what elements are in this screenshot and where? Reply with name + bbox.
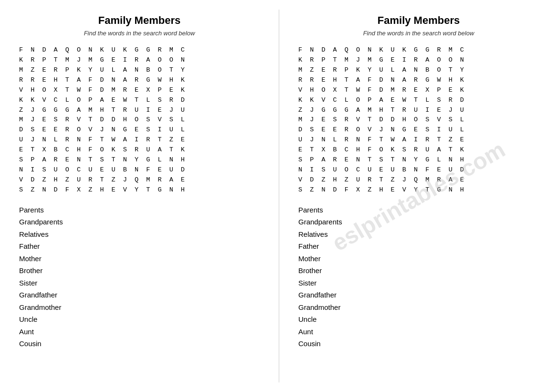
grid-row: E T X B C H F O K S R U A T K <box>298 145 539 155</box>
grid-row: Z J G G G A M H T R U I E J U <box>19 106 260 116</box>
word-list-item: Grandmother <box>19 301 260 314</box>
right-panel: Family Members Find the words in the sea… <box>279 0 558 392</box>
left-title: Family Members <box>19 14 260 27</box>
right-title: Family Members <box>298 14 539 27</box>
word-list-item: Cousin <box>298 338 539 350</box>
grid-row: V H O X T W F D M R E X P E K <box>298 85 539 95</box>
grid-row: F N D A Q O N K U K G G R M C <box>298 45 539 55</box>
grid-row: E T X B C H F O K S R U A T K <box>19 145 260 155</box>
word-list-item: Mother <box>298 253 539 265</box>
grid-row: M J E S R V T D D H O S V S L <box>298 115 539 125</box>
word-list-item: Parents <box>19 204 260 216</box>
word-list-item: Aunt <box>298 326 539 338</box>
left-word-list: ParentsGrandparentsRelativesFatherMother… <box>19 204 260 350</box>
grid-row: F N D A Q O N K U K G G R M C <box>19 45 260 55</box>
grid-row: S Z N D F X Z H E V Y T G N H <box>298 185 539 195</box>
right-grid: F N D A Q O N K U K G G R M CK R P T M J… <box>298 45 539 195</box>
grid-row: D S E E R O V J N G E S I U L <box>19 125 260 135</box>
grid-row: K R P T M J M G E I R A O O N <box>298 55 539 65</box>
grid-row: R R E H T A F D N A R G W H K <box>298 75 539 85</box>
grid-row: S P A R E N T S T N Y G L N H <box>19 155 260 165</box>
grid-row: N I S U O C U E U B N F E U D <box>298 165 539 175</box>
grid-row: U J N L R N F T W A I R T Z E <box>298 135 539 145</box>
word-list-item: Sister <box>19 277 260 289</box>
word-list-item: Uncle <box>19 313 260 326</box>
word-list-item: Brother <box>298 265 539 277</box>
word-list-item: Sister <box>298 277 539 289</box>
word-list-item: Cousin <box>19 338 260 350</box>
word-list-item: Father <box>298 240 539 253</box>
word-list-item: Relatives <box>298 228 539 241</box>
word-list-item: Father <box>19 240 260 253</box>
grid-row: M J E S R V T D D H O S V S L <box>19 115 260 125</box>
word-list-item: Grandfather <box>19 289 260 301</box>
word-list-item: Relatives <box>19 228 260 241</box>
grid-row: D S E E R O V J N G E S I U L <box>298 125 539 135</box>
word-list-item: Grandparents <box>298 216 539 228</box>
page: Family Members Find the words in the sea… <box>0 0 558 392</box>
grid-row: U J N L R N F T W A I R T Z E <box>19 135 260 145</box>
word-list-item: Uncle <box>298 313 539 326</box>
grid-row: V H O X T W F D M R E X P E K <box>19 85 260 95</box>
word-list-item: Mother <box>19 253 260 265</box>
word-list-item: Brother <box>19 265 260 277</box>
left-grid: F N D A Q O N K U K G G R M CK R P T M J… <box>19 45 260 195</box>
left-subtitle: Find the words in the search word below <box>19 30 260 37</box>
grid-row: R R E H T A F D N A R G W H K <box>19 75 260 85</box>
grid-row: K K V C L O P A E W T L S R D <box>298 95 539 106</box>
word-list-item: Parents <box>298 204 539 216</box>
grid-row: M Z E R P K Y U L A N B O T Y <box>19 65 260 75</box>
word-list-item: Grandfather <box>298 289 539 301</box>
left-panel: Family Members Find the words in the sea… <box>0 0 279 392</box>
grid-row: S P A R E N T S T N Y G L N H <box>298 155 539 165</box>
right-word-list: ParentsGrandparentsRelativesFatherMother… <box>298 204 539 350</box>
grid-row: V D Z H Z U R T Z J Q M R A E <box>19 175 260 185</box>
word-list-item: Grandmother <box>298 301 539 314</box>
grid-row: K K V C L O P A E W T L S R D <box>19 95 260 106</box>
word-list-item: Grandparents <box>19 216 260 228</box>
grid-row: M Z E R P K Y U L A N B O T Y <box>298 65 539 75</box>
grid-row: N I S U O C U E U B N F E U D <box>19 165 260 175</box>
grid-row: S Z N D F X Z H E V Y T G N H <box>19 185 260 195</box>
right-subtitle: Find the words in the search word below <box>298 30 539 37</box>
grid-row: V D Z H Z U R T Z J Q M R A E <box>298 175 539 185</box>
grid-row: K R P T M J M G E I R A O O N <box>19 55 260 65</box>
word-list-item: Aunt <box>19 326 260 338</box>
grid-row: Z J G G G A M H T R U I E J U <box>298 106 539 116</box>
